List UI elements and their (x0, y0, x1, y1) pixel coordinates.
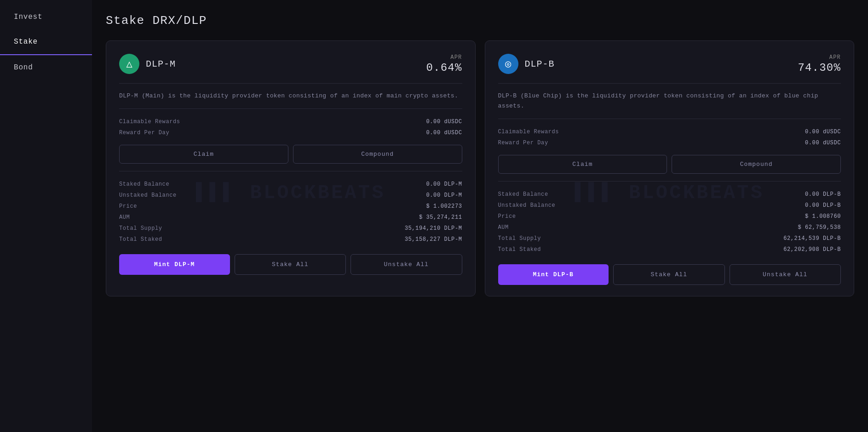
apr-value-dlp-m: 0.64% (426, 62, 462, 74)
staked-balance-label-dlp-b: Staked Balance (498, 191, 548, 198)
reward-per-day-value-dlp-b: 0.00 dUSDC (805, 140, 841, 146)
aum-value-dlp-b: $ 62,759,538 (798, 224, 841, 231)
compound-button-dlp-b[interactable]: Compound (672, 155, 841, 174)
total-supply-row-dlp-b: Total Supply 62,214,539 DLP-B (498, 233, 841, 244)
compound-button-dlp-m[interactable]: Compound (293, 145, 462, 164)
reward-per-day-label-dlp-m: Reward Per Day (119, 130, 169, 136)
unstake-all-button-dlp-b[interactable]: Unstake All (730, 264, 841, 285)
price-value-dlp-b: $ 1.008760 (805, 213, 841, 220)
page-title: Stake DRX/DLP (106, 14, 854, 28)
total-supply-label-dlp-m: Total Supply (119, 225, 162, 232)
unstaked-balance-value-dlp-b: 0.00 DLP-B (805, 202, 841, 209)
claimable-rewards-value-dlp-b: 0.00 dUSDC (805, 129, 841, 135)
total-supply-value-dlp-b: 62,214,539 DLP-B (783, 235, 841, 242)
claimable-rewards-row-dlp-b: Claimable Rewards 0.00 dUSDC (498, 126, 841, 137)
token-icon-dlp-m (119, 54, 139, 74)
token-info-dlp-b: DLP-B (498, 54, 555, 74)
claimable-rewards-value-dlp-m: 0.00 dUSDC (426, 119, 462, 125)
aum-label-dlp-m: AUM (119, 214, 130, 221)
total-staked-row-dlp-b: Total Staked 62,202,908 DLP-B (498, 244, 841, 255)
card-header-dlp-b: DLP-B APR 74.30% (498, 54, 841, 74)
total-staked-label-dlp-b: Total Staked (498, 246, 541, 253)
sidebar: Invest Stake Bond (0, 0, 92, 432)
bottom-stats-dlp-m: Staked Balance 0.00 DLP-M Unstaked Balan… (119, 179, 462, 245)
unstaked-balance-row-dlp-m: Unstaked Balance 0.00 DLP-M (119, 190, 462, 201)
unstaked-balance-row-dlp-b: Unstaked Balance 0.00 DLP-B (498, 200, 841, 211)
cards-row: DLP-M APR 0.64% DLP-M (Main) is the liqu… (106, 40, 854, 296)
aum-label-dlp-b: AUM (498, 224, 509, 231)
claim-button-dlp-m[interactable]: Claim (119, 145, 288, 164)
staked-balance-row-dlp-m: Staked Balance 0.00 DLP-M (119, 179, 462, 190)
main-content: Stake DRX/DLP DLP-M APR 0.64% DLP-M (Mai… (92, 0, 868, 432)
card-header-dlp-m: DLP-M APR 0.64% (119, 54, 462, 74)
total-staked-value-dlp-b: 62,202,908 DLP-B (783, 246, 841, 253)
token-name-dlp-m: DLP-M (146, 59, 176, 69)
card-dlp-m: DLP-M APR 0.64% DLP-M (Main) is the liqu… (106, 40, 476, 296)
apr-label-dlp-m: APR (426, 54, 462, 61)
apr-block-dlp-m: APR 0.64% (426, 54, 462, 74)
divider-2-dlp-m (119, 108, 462, 109)
price-value-dlp-m: $ 1.002273 (426, 203, 462, 210)
aum-row-dlp-m: AUM $ 35,274,211 (119, 212, 462, 223)
total-supply-row-dlp-m: Total Supply 35,194,210 DLP-M (119, 223, 462, 234)
mint-button-dlp-b[interactable]: Mint DLP-B (498, 264, 609, 285)
reward-per-day-row-dlp-m: Reward Per Day 0.00 dUSDC (119, 127, 462, 138)
reward-per-day-label-dlp-b: Reward Per Day (498, 140, 548, 146)
circle-icon (505, 58, 511, 70)
triangle-icon (126, 58, 132, 70)
apr-label-dlp-b: APR (798, 54, 841, 61)
sidebar-item-stake[interactable]: Stake (0, 29, 92, 55)
divider-3-dlp-m (119, 171, 462, 171)
action-buttons-dlp-b: Claim Compound (498, 155, 841, 174)
aum-row-dlp-b: AUM $ 62,759,538 (498, 222, 841, 233)
staked-balance-label-dlp-m: Staked Balance (119, 181, 169, 188)
claim-button-dlp-b[interactable]: Claim (498, 155, 667, 174)
total-staked-label-dlp-m: Total Staked (119, 236, 162, 243)
total-supply-value-dlp-m: 35,194,210 DLP-M (405, 225, 462, 232)
bottom-buttons-dlp-m: Mint DLP-M Stake All Unstake All (119, 254, 462, 275)
reward-per-day-value-dlp-m: 0.00 dUSDC (426, 130, 462, 136)
aum-value-dlp-m: $ 35,274,211 (419, 214, 462, 221)
unstaked-balance-label-dlp-m: Unstaked Balance (119, 192, 177, 199)
sidebar-item-invest[interactable]: Invest (0, 5, 92, 29)
apr-value-dlp-b: 74.30% (798, 62, 841, 74)
unstaked-balance-label-dlp-b: Unstaked Balance (498, 202, 556, 209)
token-name-dlp-b: DLP-B (525, 59, 555, 69)
stake-all-button-dlp-m[interactable]: Stake All (235, 254, 346, 275)
price-row-dlp-m: Price $ 1.002273 (119, 201, 462, 212)
total-staked-row-dlp-m: Total Staked 35,158,227 DLP-M (119, 234, 462, 245)
staked-balance-value-dlp-b: 0.00 DLP-B (805, 191, 841, 198)
staked-balance-row-dlp-b: Staked Balance 0.00 DLP-B (498, 189, 841, 200)
sidebar-item-bond[interactable]: Bond (0, 55, 92, 80)
card-desc-dlp-b: DLP-B (Blue Chip) is the liquidity provi… (498, 91, 841, 111)
card-dlp-b: DLP-B APR 74.30% DLP-B (Blue Chip) is th… (485, 40, 855, 296)
action-buttons-dlp-m: Claim Compound (119, 145, 462, 164)
unstake-all-button-dlp-m[interactable]: Unstake All (351, 254, 462, 275)
claimable-rewards-label-dlp-m: Claimable Rewards (119, 119, 180, 125)
divider-3-dlp-b (498, 181, 841, 182)
bottom-stats-dlp-b: Staked Balance 0.00 DLP-B Unstaked Balan… (498, 189, 841, 255)
divider-1-dlp-b (498, 83, 841, 84)
reward-per-day-row-dlp-b: Reward Per Day 0.00 dUSDC (498, 137, 841, 148)
claimable-rewards-label-dlp-b: Claimable Rewards (498, 129, 559, 135)
token-icon-dlp-b (498, 54, 518, 74)
claimable-rewards-row-dlp-m: Claimable Rewards 0.00 dUSDC (119, 116, 462, 127)
stake-all-button-dlp-b[interactable]: Stake All (613, 264, 725, 285)
apr-block-dlp-b: APR 74.30% (798, 54, 841, 74)
card-desc-dlp-m: DLP-M (Main) is the liquidity provider t… (119, 91, 462, 101)
divider-2-dlp-b (498, 119, 841, 119)
price-row-dlp-b: Price $ 1.008760 (498, 211, 841, 222)
total-supply-label-dlp-b: Total Supply (498, 235, 541, 242)
token-info-dlp-m: DLP-M (119, 54, 176, 74)
total-staked-value-dlp-m: 35,158,227 DLP-M (405, 236, 462, 243)
unstaked-balance-value-dlp-m: 0.00 DLP-M (426, 192, 462, 199)
divider-1-dlp-m (119, 83, 462, 84)
price-label-dlp-b: Price (498, 213, 516, 220)
price-label-dlp-m: Price (119, 203, 137, 210)
mint-button-dlp-m[interactable]: Mint DLP-M (119, 254, 230, 275)
staked-balance-value-dlp-m: 0.00 DLP-M (426, 181, 462, 188)
bottom-buttons-dlp-b: Mint DLP-B Stake All Unstake All (498, 264, 841, 285)
